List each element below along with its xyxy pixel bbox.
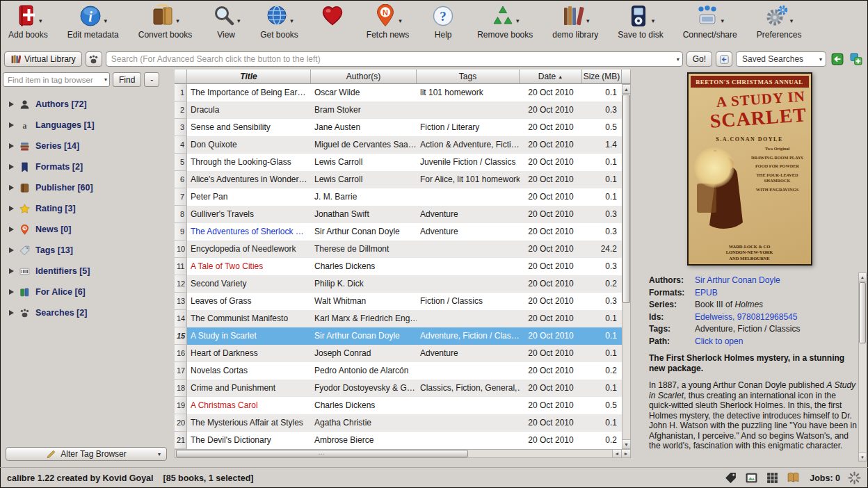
dropdown-arrow-icon[interactable]: ▾: [39, 17, 42, 24]
jobs-spinner-icon[interactable]: [848, 471, 861, 485]
scroll-left-icon[interactable]: ◄: [612, 450, 621, 457]
expand-arrow-icon[interactable]: [9, 289, 14, 295]
tag-browser-item-news[interactable]: NNews [0]: [0, 219, 174, 240]
tag-browser-item-tags[interactable]: Tags [13]: [0, 240, 174, 261]
table-row[interactable]: 16Heart of DarknessJoseph ConradAdventur…: [175, 345, 622, 362]
toolbar-fetch-news-button[interactable]: N▾Fetch news: [364, 2, 412, 40]
dropdown-arrow-icon[interactable]: ▾: [790, 17, 794, 24]
toolbar-connect-share-button[interactable]: ▾Connect/share: [680, 2, 740, 40]
dropdown-arrow-icon[interactable]: ▾: [176, 17, 179, 24]
search-combo-arrow-icon[interactable]: ▾: [677, 56, 680, 63]
save-search-button[interactable]: [849, 51, 864, 67]
table-row[interactable]: 15A Study in ScarletSir Arthur Conan Doy…: [175, 327, 622, 345]
toolbar-save-to-disk-button[interactable]: ▾Save to disk: [615, 2, 666, 40]
table-row[interactable]: 12Second VarietyPhilip K. Dick20 Oct 201…: [175, 275, 622, 293]
toolbar-help-button[interactable]: ?Help: [426, 2, 460, 40]
vertical-scrollbar[interactable]: ▲ ▼: [622, 84, 631, 449]
go-button[interactable]: Go!: [686, 51, 712, 67]
toolbar-view-button[interactable]: ▾View: [209, 2, 243, 40]
advanced-search-button[interactable]: [86, 51, 102, 67]
column-header-tags[interactable]: Tags: [417, 70, 520, 84]
table-row[interactable]: 10Encyclopedia of NeedleworkTherese de D…: [175, 241, 622, 258]
book-cover[interactable]: BEETON'S CHRISTMAS ANNUAL A STUDY IN SCA…: [687, 72, 812, 266]
expand-arrow-icon[interactable]: [9, 268, 14, 274]
field-value-authors[interactable]: Sir Arthur Conan Doyle: [695, 275, 857, 286]
toolbar-demo-library-button[interactable]: ▾demo library: [549, 2, 601, 40]
table-row[interactable]: 4Don QuixoteMiguel de Cervantes Saa…Acti…: [175, 136, 622, 154]
table-row[interactable]: 17Novelas CortasPedro Antonio de Alarcón…: [175, 362, 622, 380]
saved-searches-dropdown[interactable]: Saved Searches ▾: [736, 51, 826, 67]
toolbar-edit-metadata-button[interactable]: i▾Edit metadata: [65, 2, 122, 40]
expand-arrow-icon[interactable]: [9, 143, 14, 149]
details-scrollbar[interactable]: ▲ ▼: [858, 273, 867, 462]
dropdown-arrow-icon[interactable]: ▾: [586, 17, 590, 24]
table-row[interactable]: 20The Mysterious Affair at StylesAgatha …: [175, 414, 622, 432]
toolbar-convert-books-button[interactable]: ▾Convert books: [136, 2, 195, 40]
toggle-tag-browser-icon[interactable]: [724, 471, 737, 485]
tag-browser-item-for-alice[interactable]: For Alice [6]: [0, 282, 174, 302]
jobs-indicator[interactable]: Jobs: 0: [810, 473, 840, 483]
toggle-book-details-icon[interactable]: [787, 471, 800, 485]
table-row[interactable]: 8Gulliver's TravelsJonathan SwiftAdventu…: [175, 206, 622, 223]
tag-browser-item-rating[interactable]: Rating [3]: [0, 198, 174, 219]
column-header-size[interactable]: Size (MB): [582, 70, 622, 84]
find-combo-arrow-icon[interactable]: ▾: [104, 76, 107, 83]
table-row[interactable]: 11A Tale of Two CitiesCharles Dickens20 …: [175, 258, 622, 275]
dropdown-arrow-icon[interactable]: ▾: [652, 17, 655, 24]
table-row[interactable]: 2DraculaBram Stoker20 Oct 20100.3: [175, 101, 622, 119]
vertical-scrollbar-thumb[interactable]: [622, 95, 630, 303]
tag-browser-item-series[interactable]: Series [14]: [0, 136, 174, 156]
toolbar-preferences-button[interactable]: ▾Preferences: [754, 2, 805, 40]
toolbar-donate-button[interactable]: [315, 2, 350, 31]
scroll-right-icon[interactable]: ►: [621, 450, 630, 457]
dropdown-arrow-icon[interactable]: ▾: [516, 17, 520, 24]
table-row[interactable]: 14The Communist ManifestoKarl Marx & Fri…: [175, 310, 622, 327]
dropdown-arrow-icon[interactable]: ▾: [399, 17, 402, 24]
find-input[interactable]: [8, 76, 103, 84]
table-row[interactable]: 5Through the Looking-GlassLewis CarrollJ…: [175, 154, 622, 171]
tag-browser-item-languages[interactable]: aLanguages [1]: [0, 115, 174, 136]
dropdown-arrow-icon[interactable]: ▾: [237, 17, 241, 24]
tag-browser-item-authors[interactable]: Authors [72]: [0, 94, 174, 115]
horizontal-scrollbar-thumb[interactable]: ⋯: [176, 450, 468, 457]
expand-arrow-icon[interactable]: [9, 122, 14, 128]
field-value-ids[interactable]: Edelweiss, 9780812968545: [695, 312, 857, 323]
search-field[interactable]: ▾: [106, 51, 683, 67]
table-row[interactable]: 6Alice's Adventures in Wonder…Lewis Carr…: [175, 171, 622, 188]
expand-arrow-icon[interactable]: [9, 185, 14, 190]
find-button[interactable]: Find: [113, 72, 141, 87]
toggle-cover-grid-icon[interactable]: [766, 471, 779, 485]
scroll-up-icon[interactable]: ▲: [622, 85, 630, 94]
table-row[interactable]: 13Leaves of GrassWalt WhitmanFiction / C…: [175, 293, 622, 310]
details-scroll-down-icon[interactable]: ▼: [859, 453, 866, 461]
alter-tag-browser-button[interactable]: Alter Tag Browser ▾: [6, 447, 167, 461]
toolbar-get-books-button[interactable]: ▾Get books: [257, 2, 301, 40]
toolbar-add-books-button[interactable]: ▾Add books: [6, 2, 51, 40]
field-value-path[interactable]: Click to open: [695, 336, 857, 347]
virtual-library-button[interactable]: Virtual Library: [4, 51, 82, 67]
dropdown-arrow-icon[interactable]: ▾: [104, 17, 107, 24]
expand-arrow-icon[interactable]: [9, 227, 14, 232]
dropdown-arrow-icon[interactable]: ▾: [290, 17, 294, 24]
column-header-title[interactable]: Title: [187, 70, 311, 84]
column-header-date[interactable]: Date▲: [520, 70, 582, 84]
field-value-formats[interactable]: EPUB: [695, 288, 857, 298]
horizontal-scrollbar[interactable]: ⋯ ◄ ►: [175, 449, 631, 458]
find-field[interactable]: ▾: [3, 72, 110, 87]
search-input[interactable]: [111, 54, 675, 64]
tag-browser-item-publisher[interactable]: Publisher [60]: [0, 177, 174, 198]
expand-arrow-icon[interactable]: [9, 164, 14, 170]
tag-browser-item-searches[interactable]: Searches [2]: [0, 302, 174, 323]
expand-arrow-icon[interactable]: [9, 206, 14, 211]
table-row[interactable]: 3Sense and SensibilityJane AustenFiction…: [175, 119, 622, 136]
column-header-authors[interactable]: Author(s): [311, 70, 417, 84]
table-row[interactable]: 18Crime and PunishmentFyodor Dostoyevsky…: [175, 380, 622, 397]
details-scrollbar-thumb[interactable]: [859, 282, 866, 343]
table-row[interactable]: 21The Devil's DictionaryAmbrose Bierce20…: [175, 432, 622, 449]
table-row[interactable]: 1The Importance of Being Ear…Oscar Wilde…: [175, 84, 622, 101]
table-row[interactable]: 19A Christmas CarolCharles Dickens20 Oct…: [175, 397, 622, 414]
table-row[interactable]: 7Peter PanJ. M. Barrie20 Oct 20100.1: [175, 188, 622, 206]
expand-arrow-icon[interactable]: [9, 310, 14, 316]
copy-search-button[interactable]: [830, 51, 845, 67]
details-scroll-up-icon[interactable]: ▲: [859, 273, 866, 282]
